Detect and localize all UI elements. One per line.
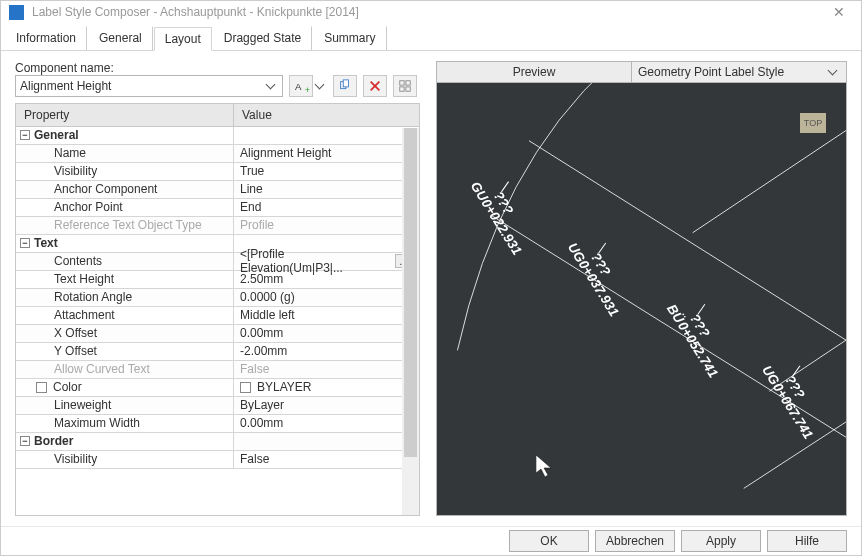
svg-rect-8 bbox=[406, 87, 410, 91]
prop-x-offset[interactable]: X Offset bbox=[16, 325, 234, 342]
chevron-down-icon bbox=[828, 65, 838, 75]
delete-component-button[interactable] bbox=[363, 75, 387, 97]
add-dropdown-icon[interactable] bbox=[315, 79, 325, 89]
prop-y-offset[interactable]: Y Offset bbox=[16, 343, 234, 360]
viewcube-top-button[interactable]: TOP bbox=[800, 113, 826, 133]
property-body[interactable]: −General NameAlignment Height Visibility… bbox=[16, 127, 419, 515]
svg-rect-2 bbox=[343, 80, 348, 87]
prop-contents[interactable]: Contents bbox=[16, 253, 234, 270]
svg-marker-30 bbox=[536, 455, 551, 477]
collapse-icon[interactable]: − bbox=[20, 130, 30, 140]
collapse-icon[interactable]: − bbox=[20, 436, 30, 446]
cancel-button[interactable]: Abbrechen bbox=[595, 530, 675, 552]
window-title: Label Style Composer - Achshauptpunkt - … bbox=[32, 5, 817, 19]
close-button[interactable]: ✕ bbox=[825, 2, 853, 22]
copy-component-button[interactable] bbox=[333, 75, 357, 97]
preview-tab[interactable]: Preview bbox=[437, 62, 632, 82]
svg-rect-7 bbox=[400, 87, 404, 91]
property-header: Property Value bbox=[16, 104, 419, 127]
preview-style-combo[interactable]: Geometry Point Label Style bbox=[632, 62, 846, 82]
dialog-window: Label Style Composer - Achshauptpunkt - … bbox=[0, 0, 862, 556]
scrollbar-thumb[interactable] bbox=[404, 128, 417, 457]
apply-button[interactable]: Apply bbox=[681, 530, 761, 552]
component-name-value: Alignment Height bbox=[20, 79, 111, 93]
property-grid: Property Value −General NameAlignment He… bbox=[15, 103, 420, 516]
prop-rotation-angle[interactable]: Rotation Angle bbox=[16, 289, 234, 306]
tab-information[interactable]: Information bbox=[5, 26, 87, 50]
tab-strip: Information General Layout Dragged State… bbox=[1, 24, 861, 51]
header-value: Value bbox=[234, 104, 419, 126]
preview-header: Preview Geometry Point Label Style bbox=[436, 61, 847, 83]
tab-general[interactable]: General bbox=[88, 26, 153, 50]
scrollbar[interactable] bbox=[402, 128, 419, 515]
prop-allow-curved-text: Allow Curved Text bbox=[16, 361, 234, 378]
chevron-down-icon bbox=[266, 79, 276, 89]
prop-value[interactable]: Alignment Height bbox=[234, 145, 419, 162]
group-text[interactable]: −Text bbox=[16, 235, 234, 252]
prop-max-width[interactable]: Maximum Width bbox=[16, 415, 234, 432]
title-bar: Label Style Composer - Achshauptpunkt - … bbox=[1, 1, 861, 24]
preview-drawing: ??? 0+022.931 GU ??? 0+037.931 UG ??? 0+… bbox=[437, 83, 846, 515]
prop-border-visibility[interactable]: Visibility bbox=[16, 451, 234, 468]
tab-summary[interactable]: Summary bbox=[313, 26, 386, 50]
app-icon bbox=[9, 5, 24, 20]
prop-text-height[interactable]: Text Height bbox=[16, 271, 234, 288]
svg-text:A: A bbox=[295, 80, 302, 91]
color-swatch-icon bbox=[240, 382, 251, 393]
prop-ref-text-object-type: Reference Text Object Type bbox=[16, 217, 234, 234]
svg-line-13 bbox=[744, 422, 846, 488]
group-border[interactable]: −Border bbox=[16, 433, 234, 450]
header-property: Property bbox=[16, 104, 234, 126]
prop-attachment[interactable]: Attachment bbox=[16, 307, 234, 324]
prop-anchor-component[interactable]: Anchor Component bbox=[16, 181, 234, 198]
prop-color[interactable]: Color bbox=[16, 379, 234, 396]
tab-layout[interactable]: Layout bbox=[154, 27, 212, 51]
component-name-label: Component name: bbox=[15, 61, 420, 75]
prop-name[interactable]: Name bbox=[16, 145, 234, 162]
preview-canvas[interactable]: TOP bbox=[436, 83, 847, 516]
svg-rect-5 bbox=[400, 80, 404, 84]
svg-rect-6 bbox=[406, 80, 410, 84]
svg-line-11 bbox=[693, 130, 846, 232]
dialog-footer: OK Abbrechen Apply Hilfe bbox=[1, 526, 861, 555]
component-name-combo[interactable]: Alignment Height bbox=[15, 75, 283, 97]
ok-button[interactable]: OK bbox=[509, 530, 589, 552]
prop-lineweight[interactable]: Lineweight bbox=[16, 397, 234, 414]
prop-visibility[interactable]: Visibility bbox=[16, 163, 234, 180]
color-checkbox-icon[interactable] bbox=[36, 382, 47, 393]
prop-anchor-point[interactable]: Anchor Point bbox=[16, 199, 234, 216]
add-component-button[interactable]: A + bbox=[289, 75, 313, 97]
collapse-icon[interactable]: − bbox=[20, 238, 30, 248]
help-button[interactable]: Hilfe bbox=[767, 530, 847, 552]
cursor-icon bbox=[536, 455, 558, 481]
tab-dragged-state[interactable]: Dragged State bbox=[213, 26, 312, 50]
order-component-button[interactable] bbox=[393, 75, 417, 97]
group-general[interactable]: −General bbox=[16, 127, 234, 144]
